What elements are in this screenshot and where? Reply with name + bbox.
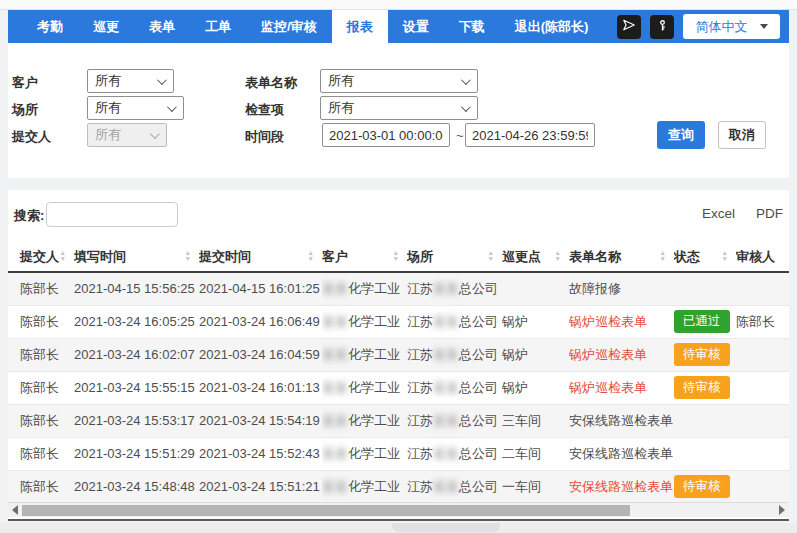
- cell-site: 江苏某某总公司: [407, 404, 502, 437]
- table-row[interactable]: 陈部长2021-04-15 15:56:252021-04-15 16:01:2…: [8, 272, 789, 305]
- cell-site: 江苏某某总公司: [407, 470, 502, 503]
- check-item-label: 检查项: [245, 101, 284, 119]
- site-select[interactable]: 所有: [87, 96, 184, 120]
- sort-icon: ▲▼: [488, 250, 494, 261]
- table-row[interactable]: 陈部长2021-03-24 16:02:072021-03-24 16:04:5…: [8, 338, 789, 371]
- scroll-right-arrow-icon[interactable]: [779, 505, 785, 515]
- cell-submitter: 陈部长: [8, 437, 74, 470]
- send-message-button[interactable]: [617, 15, 641, 39]
- nav-item[interactable]: 工单: [190, 10, 246, 43]
- form-name-select-value: 所有: [328, 72, 354, 90]
- table-row[interactable]: 陈部长2021-03-24 16:05:252021-03-24 16:06:4…: [8, 305, 789, 338]
- nav-item[interactable]: 监控/审核: [246, 10, 332, 43]
- time-end-input[interactable]: [465, 123, 595, 147]
- column-header[interactable]: 表单名称▲▼: [569, 246, 674, 272]
- table-row[interactable]: 陈部长2021-03-24 15:51:292021-03-24 15:52:4…: [8, 437, 789, 470]
- redacted-text: 某某: [433, 380, 459, 395]
- cell-submitter: 陈部长: [8, 338, 74, 371]
- cell-form-name: 安保线路巡检表单: [569, 470, 674, 503]
- column-header-label: 场所: [407, 249, 433, 264]
- cell-customer: 某某化学工业: [322, 404, 407, 437]
- column-header[interactable]: 填写时间▲▼: [74, 246, 199, 272]
- sort-icon: ▲▼: [722, 250, 728, 261]
- form-name-text: 锅炉巡检表单: [569, 314, 647, 329]
- column-header-label: 审核人: [736, 249, 775, 264]
- cell-submit-time: 2021-03-24 15:54:19: [199, 404, 322, 437]
- nav-item[interactable]: 下载: [444, 10, 500, 43]
- cell-submitter: 陈部长: [8, 470, 74, 503]
- nav-items: 考勤巡更表单工单监控/审核报表设置下载退出(陈部长): [8, 10, 603, 43]
- main-navbar: 考勤巡更表单工单监控/审核报表设置下载退出(陈部长) 简体中文: [8, 10, 789, 43]
- column-header[interactable]: 巡更点▲▼: [502, 246, 569, 272]
- language-select-value: 简体中文: [696, 18, 748, 36]
- check-item-select[interactable]: 所有: [320, 96, 478, 120]
- redacted-text: 某某: [322, 314, 348, 329]
- cell-submit-time: 2021-03-24 15:51:21: [199, 470, 322, 503]
- sort-icon: ▲▼: [555, 250, 561, 261]
- nav-item[interactable]: 报表: [332, 10, 388, 43]
- status-badge: 待审核: [674, 343, 730, 366]
- language-select[interactable]: 简体中文: [683, 14, 780, 39]
- query-button[interactable]: 查询: [657, 121, 705, 149]
- column-header-label: 巡更点: [502, 249, 541, 264]
- horizontal-scrollbar[interactable]: [8, 502, 789, 517]
- column-header[interactable]: 状态▲▼: [674, 246, 736, 272]
- chevron-down-icon: [150, 129, 160, 139]
- redacted-text: 某某: [433, 446, 459, 461]
- cell-fill-time: 2021-03-24 15:53:17: [74, 404, 199, 437]
- redacted-text: 某某: [433, 347, 459, 362]
- table-row[interactable]: 陈部长2021-03-24 15:48:482021-03-24 15:51:2…: [8, 470, 789, 503]
- password-button[interactable]: [650, 15, 674, 39]
- column-header[interactable]: 提交人▲▼: [8, 246, 74, 272]
- column-header[interactable]: 场所▲▼: [407, 246, 502, 272]
- nav-item[interactable]: 考勤: [22, 10, 78, 43]
- cell-status: [674, 272, 736, 305]
- column-header[interactable]: 客户▲▼: [322, 246, 407, 272]
- cell-patrol-point: 一车间: [502, 470, 569, 503]
- cancel-button[interactable]: 取消: [718, 121, 766, 149]
- bottom-handle: [392, 523, 500, 532]
- cell-submit-time: 2021-03-24 16:01:13: [199, 371, 322, 404]
- form-name-select[interactable]: 所有: [320, 69, 478, 93]
- cell-customer: 某某化学工业: [322, 437, 407, 470]
- export-excel-link[interactable]: Excel: [702, 206, 735, 221]
- search-input[interactable]: [46, 202, 178, 227]
- cell-customer: 某某化学工业: [322, 338, 407, 371]
- cell-submitter: 陈部长: [8, 305, 74, 338]
- report-panel: 搜索: Excel PDF 提交人▲▼填写时间▲▼提交时间▲▼客户▲▼场所▲▼巡…: [8, 190, 789, 521]
- redacted-text: 某某: [322, 380, 348, 395]
- report-table: 提交人▲▼填写时间▲▼提交时间▲▼客户▲▼场所▲▼巡更点▲▼表单名称▲▼状态▲▼…: [8, 246, 789, 504]
- cell-reviewer: [736, 470, 789, 503]
- redacted-text: 某某: [322, 281, 348, 296]
- nav-item[interactable]: 退出(陈部长): [500, 10, 604, 43]
- column-header[interactable]: 审核人: [736, 246, 789, 272]
- column-header-label: 状态: [674, 249, 700, 264]
- column-header-label: 提交时间: [199, 249, 251, 264]
- column-header[interactable]: 提交时间▲▼: [199, 246, 322, 272]
- submitter-select: 所有: [87, 123, 167, 147]
- redacted-text: 某某: [322, 479, 348, 494]
- scrollbar-thumb[interactable]: [22, 505, 630, 517]
- chevron-down-icon: [167, 102, 177, 112]
- time-start-input[interactable]: [322, 123, 450, 147]
- nav-item[interactable]: 巡更: [78, 10, 134, 43]
- cell-fill-time: 2021-03-24 16:05:25: [74, 305, 199, 338]
- customer-select-value: 所有: [95, 72, 121, 90]
- nav-item[interactable]: 设置: [388, 10, 444, 43]
- table-row[interactable]: 陈部长2021-03-24 15:55:152021-03-24 16:01:1…: [8, 371, 789, 404]
- cell-submit-time: 2021-03-24 16:04:59: [199, 338, 322, 371]
- table-row[interactable]: 陈部长2021-03-24 15:53:172021-03-24 15:54:1…: [8, 404, 789, 437]
- export-pdf-link[interactable]: PDF: [756, 206, 783, 221]
- form-name-text: 锅炉巡检表单: [569, 347, 647, 362]
- redacted-text: 某某: [433, 281, 459, 296]
- cell-submit-time: 2021-04-15 16:01:25: [199, 272, 322, 305]
- status-badge: 待审核: [674, 475, 730, 498]
- cell-submitter: 陈部长: [8, 371, 74, 404]
- submitter-label: 提交人: [12, 128, 51, 146]
- scroll-left-arrow-icon[interactable]: [12, 505, 18, 515]
- nav-item[interactable]: 表单: [134, 10, 190, 43]
- form-name-text: 故障报修: [569, 281, 621, 296]
- customer-select[interactable]: 所有: [87, 69, 174, 93]
- filter-panel: 客户 所有 场所 所有 提交人 所有 表单名称 所有 检查项 所有 时间段 ~ …: [8, 43, 789, 178]
- cell-form-name: 安保线路巡检表单: [569, 437, 674, 470]
